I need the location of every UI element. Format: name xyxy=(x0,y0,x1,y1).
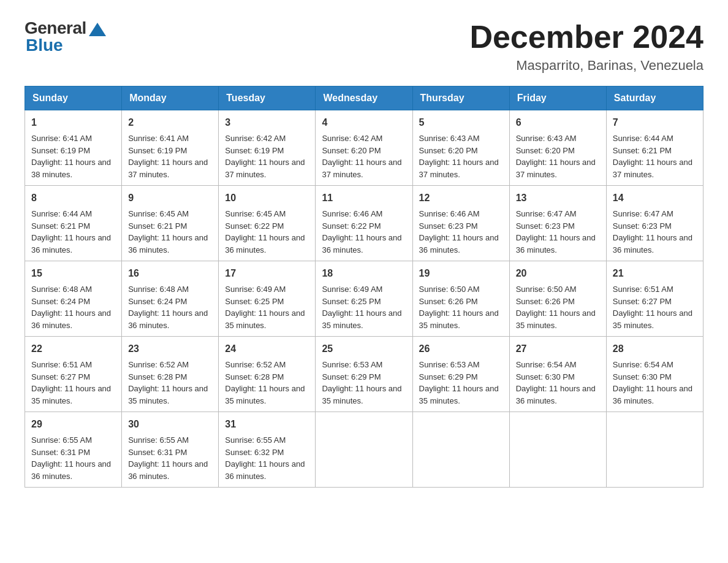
calendar-cell: 23Sunrise: 6:52 AMSunset: 6:28 PMDayligh… xyxy=(122,337,219,412)
calendar-cell: 2Sunrise: 6:41 AMSunset: 6:19 PMDaylight… xyxy=(122,110,219,186)
calendar-cell: 9Sunrise: 6:45 AMSunset: 6:21 PMDaylight… xyxy=(122,186,219,261)
sunset-text: Sunset: 6:19 PM xyxy=(128,146,187,155)
sunrise-text: Sunrise: 6:55 AM xyxy=(225,435,286,445)
sunset-text: Sunset: 6:26 PM xyxy=(516,297,575,306)
sunrise-text: Sunrise: 6:53 AM xyxy=(322,360,382,369)
calendar-cell: 18Sunrise: 6:49 AMSunset: 6:25 PMDayligh… xyxy=(316,261,412,337)
calendar-cell: 31Sunrise: 6:55 AMSunset: 6:32 PMDayligh… xyxy=(219,412,316,488)
calendar-cell xyxy=(509,412,606,488)
day-number: 27 xyxy=(516,342,600,356)
day-number: 6 xyxy=(516,115,600,130)
day-number: 2 xyxy=(128,115,212,130)
header-wednesday: Wednesday xyxy=(316,86,412,110)
sunset-text: Sunset: 6:22 PM xyxy=(322,221,381,231)
daylight-text: Daylight: 11 hours and 36 minutes. xyxy=(128,308,208,330)
day-number: 26 xyxy=(419,342,503,356)
sunset-text: Sunset: 6:20 PM xyxy=(419,146,478,155)
daylight-text: Daylight: 11 hours and 36 minutes. xyxy=(31,308,111,330)
day-number: 5 xyxy=(419,115,503,130)
daylight-text: Daylight: 11 hours and 38 minutes. xyxy=(31,158,111,179)
sunset-text: Sunset: 6:21 PM xyxy=(31,221,90,231)
sunset-text: Sunset: 6:24 PM xyxy=(128,297,187,306)
calendar-cell: 28Sunrise: 6:54 AMSunset: 6:30 PMDayligh… xyxy=(606,337,703,412)
sunrise-text: Sunrise: 6:49 AM xyxy=(225,285,286,294)
calendar-cell: 6Sunrise: 6:43 AMSunset: 6:20 PMDaylight… xyxy=(509,110,606,186)
sunrise-text: Sunrise: 6:55 AM xyxy=(128,435,189,445)
sunset-text: Sunset: 6:31 PM xyxy=(128,448,187,457)
sunrise-text: Sunrise: 6:51 AM xyxy=(613,285,673,294)
daylight-text: Daylight: 11 hours and 35 minutes. xyxy=(31,384,111,405)
calendar-cell: 7Sunrise: 6:44 AMSunset: 6:21 PMDaylight… xyxy=(606,110,703,186)
sunrise-text: Sunrise: 6:53 AM xyxy=(419,360,480,369)
daylight-text: Daylight: 11 hours and 36 minutes. xyxy=(516,384,596,405)
daylight-text: Daylight: 11 hours and 36 minutes. xyxy=(128,459,208,481)
sunrise-text: Sunrise: 6:41 AM xyxy=(31,134,92,143)
calendar-cell: 10Sunrise: 6:45 AMSunset: 6:22 PMDayligh… xyxy=(219,186,316,261)
day-number: 4 xyxy=(322,115,406,130)
sunset-text: Sunset: 6:21 PM xyxy=(128,221,187,231)
sunset-text: Sunset: 6:27 PM xyxy=(613,297,672,306)
sunset-text: Sunset: 6:24 PM xyxy=(31,297,90,306)
daylight-text: Daylight: 11 hours and 35 minutes. xyxy=(419,308,499,330)
day-number: 3 xyxy=(225,115,309,130)
sunset-text: Sunset: 6:29 PM xyxy=(419,372,478,381)
daylight-text: Daylight: 11 hours and 36 minutes. xyxy=(225,459,305,481)
calendar-cell: 13Sunrise: 6:47 AMSunset: 6:23 PMDayligh… xyxy=(509,186,606,261)
day-number: 30 xyxy=(128,417,212,432)
day-number: 17 xyxy=(225,266,309,281)
calendar-cell: 22Sunrise: 6:51 AMSunset: 6:27 PMDayligh… xyxy=(25,337,122,412)
header-friday: Friday xyxy=(509,86,606,110)
day-number: 12 xyxy=(419,191,503,205)
daylight-text: Daylight: 11 hours and 35 minutes. xyxy=(225,308,305,330)
sunrise-text: Sunrise: 6:43 AM xyxy=(419,134,480,143)
daylight-text: Daylight: 11 hours and 37 minutes. xyxy=(613,158,692,179)
sunset-text: Sunset: 6:23 PM xyxy=(516,221,575,231)
sunset-text: Sunset: 6:29 PM xyxy=(322,372,381,381)
calendar-table: SundayMondayTuesdayWednesdayThursdayFrid… xyxy=(25,86,703,488)
day-number: 19 xyxy=(419,266,503,281)
calendar-cell: 24Sunrise: 6:52 AMSunset: 6:28 PMDayligh… xyxy=(219,337,316,412)
sunrise-text: Sunrise: 6:50 AM xyxy=(516,285,577,294)
calendar-cell: 21Sunrise: 6:51 AMSunset: 6:27 PMDayligh… xyxy=(606,261,703,337)
daylight-text: Daylight: 11 hours and 36 minutes. xyxy=(419,233,499,255)
day-number: 22 xyxy=(31,342,115,356)
daylight-text: Daylight: 11 hours and 37 minutes. xyxy=(225,158,305,179)
daylight-text: Daylight: 11 hours and 36 minutes. xyxy=(128,233,208,255)
sunset-text: Sunset: 6:31 PM xyxy=(31,448,90,457)
sunset-text: Sunset: 6:19 PM xyxy=(225,146,284,155)
sunset-text: Sunset: 6:30 PM xyxy=(613,372,672,381)
sunrise-text: Sunrise: 6:44 AM xyxy=(31,209,92,218)
sunrise-text: Sunrise: 6:50 AM xyxy=(419,285,480,294)
header-saturday: Saturday xyxy=(606,86,703,110)
sunset-text: Sunset: 6:22 PM xyxy=(225,221,284,231)
day-number: 25 xyxy=(322,342,406,356)
sunrise-text: Sunrise: 6:52 AM xyxy=(128,360,189,369)
logo-blue-text: Blue xyxy=(26,36,63,55)
calendar-cell: 19Sunrise: 6:50 AMSunset: 6:26 PMDayligh… xyxy=(412,261,509,337)
daylight-text: Daylight: 11 hours and 37 minutes. xyxy=(128,158,208,179)
day-number: 10 xyxy=(225,191,309,205)
daylight-text: Daylight: 11 hours and 36 minutes. xyxy=(516,233,596,255)
title-area: December 2024 Masparrito, Barinas, Venez… xyxy=(469,18,703,74)
logo: General Blue xyxy=(25,18,106,55)
sunrise-text: Sunrise: 6:41 AM xyxy=(128,134,189,143)
header-monday: Monday xyxy=(122,86,219,110)
sunrise-text: Sunrise: 6:45 AM xyxy=(128,209,189,218)
sunset-text: Sunset: 6:28 PM xyxy=(225,372,284,381)
daylight-text: Daylight: 11 hours and 35 minutes. xyxy=(322,384,401,405)
calendar-cell: 20Sunrise: 6:50 AMSunset: 6:26 PMDayligh… xyxy=(509,261,606,337)
calendar-cell: 25Sunrise: 6:53 AMSunset: 6:29 PMDayligh… xyxy=(316,337,412,412)
day-number: 28 xyxy=(613,342,697,356)
sunset-text: Sunset: 6:25 PM xyxy=(322,297,381,306)
calendar-cell xyxy=(606,412,703,488)
sunrise-text: Sunrise: 6:48 AM xyxy=(128,285,189,294)
day-number: 31 xyxy=(225,417,309,432)
day-number: 23 xyxy=(128,342,212,356)
sunset-text: Sunset: 6:28 PM xyxy=(128,372,187,381)
calendar-cell: 27Sunrise: 6:54 AMSunset: 6:30 PMDayligh… xyxy=(509,337,606,412)
daylight-text: Daylight: 11 hours and 35 minutes. xyxy=(419,384,499,405)
sunrise-text: Sunrise: 6:54 AM xyxy=(516,360,577,369)
calendar-header-row: SundayMondayTuesdayWednesdayThursdayFrid… xyxy=(25,86,703,110)
sunset-text: Sunset: 6:21 PM xyxy=(613,146,672,155)
sunrise-text: Sunrise: 6:48 AM xyxy=(31,285,92,294)
